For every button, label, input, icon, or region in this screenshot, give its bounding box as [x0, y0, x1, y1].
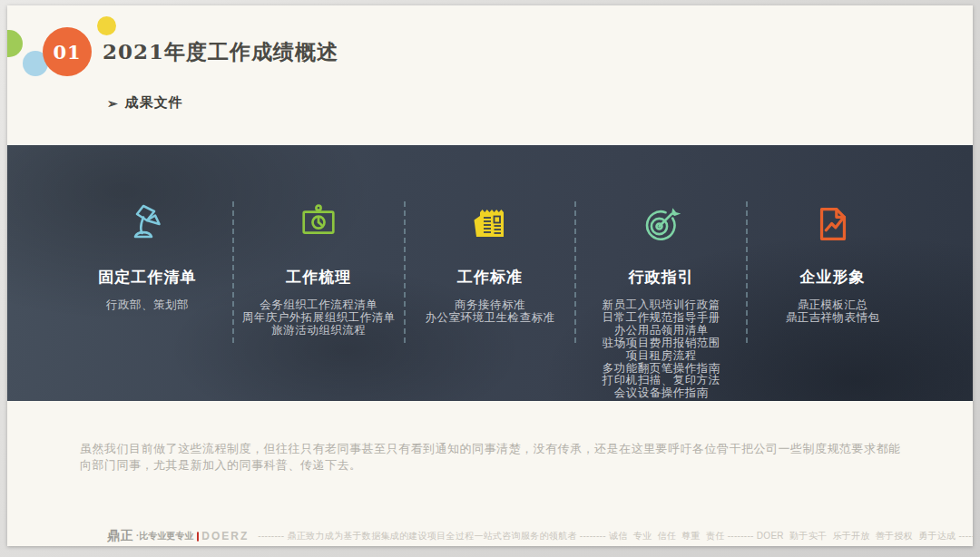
- section-number: 01: [53, 41, 81, 64]
- target-dart-icon: [640, 202, 683, 246]
- brand-name-en: DOERZ: [201, 530, 249, 542]
- column-item: 驻场项目费用报销范围: [603, 337, 720, 350]
- footer-motto: -------- 鼎正致力成为基于数据集成的建设项目全过程一站式咨询服务的领航者…: [258, 530, 973, 542]
- results-banner: 固定工作清单 行政部、策划部 工作梳理: [7, 145, 973, 401]
- column-item: 多功能翻页笔操作指南: [603, 363, 720, 376]
- arrow-bullet-icon: ➢: [107, 96, 119, 111]
- banner-column-admin-guide: 行政指引 新员工入职培训行政篇 日常工作规范指导手册 办公用品领用清单 驻场项目…: [575, 145, 747, 401]
- column-title: 工作标准: [457, 267, 523, 288]
- column-item: 周年庆户外拓展组织工作清单: [242, 312, 396, 325]
- column-title: 工作梳理: [286, 267, 351, 288]
- column-item: 会议设备操作指南: [603, 387, 720, 400]
- column-item: 鼎正吉祥物表情包: [786, 312, 880, 325]
- summary-note: 虽然我们目前做了这些流程制度，但往往只有老同事甚至只有看到通知的同事清楚，没有传…: [80, 441, 904, 473]
- column-item: 商务接待标准: [425, 299, 554, 312]
- subtitle-label: 成果文件: [125, 94, 183, 112]
- column-item: 行政部、策划部: [106, 299, 189, 312]
- page-title: 2021年度工作成绩概述: [103, 38, 338, 66]
- slide: 01 2021年度工作成绩概述 ➢ 成果文件 固定工作清单 行政部、策划部: [7, 5, 973, 546]
- column-item: 日常工作规范指导手册: [603, 312, 720, 325]
- footer: 鼎正 ·比专业更专业 DOERZ -------- 鼎正致力成为基于数据集成的建…: [103, 527, 965, 545]
- column-item: 办公室环境卫生检查标准: [425, 312, 554, 325]
- banner-column-fixed-work-list: 固定工作清单 行政部、策划部: [62, 145, 233, 401]
- banner-column-work-standards: 工作标准 商务接待标准 办公室环境卫生检查标准: [405, 145, 576, 401]
- column-item: 鼎正模板汇总: [786, 299, 880, 312]
- section-subtitle: ➢ 成果文件: [107, 94, 183, 112]
- brand-name: 鼎正: [107, 528, 134, 544]
- column-item: 打印机扫描、复印方法: [603, 375, 720, 387]
- column-item: 新员工入职培训行政篇: [603, 299, 720, 312]
- column-item: 旅游活动组织流程: [242, 325, 396, 337]
- column-title: 行政指引: [629, 267, 694, 288]
- decor-circle-green: [7, 30, 23, 57]
- desk-lamp-icon: [125, 202, 169, 246]
- decor-circle-yellow: [97, 16, 116, 35]
- brand-tagline: ·比专业更专业: [136, 530, 193, 542]
- column-item: 会务组织工作流程清单: [242, 299, 396, 312]
- column-item: 办公用品领用清单: [603, 325, 720, 337]
- projector-screen-icon: [298, 203, 339, 245]
- newspaper-icon: [468, 202, 512, 246]
- document-chart-icon: [812, 203, 854, 245]
- brand-seal-icon: [197, 532, 199, 542]
- column-item: 项目租房流程: [603, 350, 720, 363]
- banner-column-work-sorting: 工作梳理 会务组织工作流程清单 周年庆户外拓展组织工作清单 旅游活动组织流程: [233, 145, 405, 401]
- column-title: 固定工作清单: [98, 267, 196, 288]
- banner-column-corporate-image: 企业形象 鼎正模板汇总 鼎正吉祥物表情包: [747, 145, 918, 401]
- column-title: 企业形象: [800, 267, 866, 288]
- section-number-badge: 01: [43, 27, 92, 76]
